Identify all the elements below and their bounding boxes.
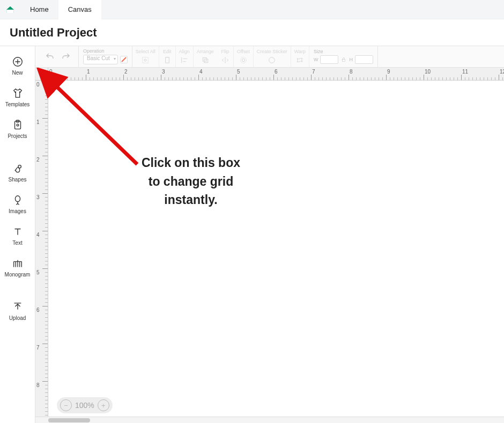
vertical-ruler[interactable]: 012345678 — [35, 81, 48, 423]
toolbar-edit[interactable]: Edit — [159, 46, 176, 67]
sidebar-item-upload[interactable]: Upload — [2, 296, 34, 327]
svg-point-3 — [17, 124, 19, 126]
horizontal-ruler[interactable]: 0123456789101112 — [48, 68, 504, 81]
toolbar-create-sticker[interactable]: Create Sticker — [254, 46, 291, 67]
sidebar-item-label: Upload — [9, 315, 26, 321]
workspace: New Templates Projects Shapes Images Tex… — [0, 46, 504, 423]
left-sidebar: New Templates Projects Shapes Images Tex… — [0, 46, 35, 423]
warp-icon — [295, 56, 305, 64]
svg-point-12 — [240, 57, 246, 63]
main-area: Operation Basic Cut Select All Edit Alig… — [35, 46, 504, 423]
operation-select[interactable]: Basic Cut — [83, 55, 118, 64]
plus-circle-icon — [12, 56, 24, 68]
ruler-corner-box[interactable] — [35, 68, 48, 81]
svg-rect-8 — [165, 57, 169, 63]
history-group — [38, 46, 79, 67]
zoom-in-button[interactable]: + — [98, 399, 109, 411]
svg-rect-10 — [204, 59, 208, 63]
sidebar-item-label: New — [12, 70, 23, 76]
edit-icon — [162, 56, 172, 64]
sidebar-item-new[interactable]: New — [2, 50, 34, 82]
tab-canvas[interactable]: Canvas — [58, 0, 101, 19]
sidebar-item-label: Images — [9, 208, 26, 214]
sidebar-item-label: Monogram — [5, 272, 31, 278]
canvas-area: 0123456789101112 012345678 Click on this… — [35, 68, 504, 423]
operation-label: Operation — [83, 49, 128, 54]
align-icon — [180, 56, 189, 64]
svg-rect-9 — [203, 57, 206, 61]
svg-rect-6 — [143, 57, 149, 63]
toolbar-select-all[interactable]: Select All — [132, 46, 159, 67]
zoom-value: 100% — [75, 401, 94, 410]
sidebar-item-templates[interactable]: Templates — [2, 82, 34, 114]
project-title-row: Untitled Project — [0, 19, 504, 46]
toolbar-warp[interactable]: Warp — [291, 46, 309, 67]
undo-icon — [45, 52, 55, 62]
balloon-icon — [12, 194, 24, 206]
horizontal-scrollbar[interactable] — [35, 417, 504, 423]
svg-rect-14 — [343, 60, 345, 62]
size-group: Size W H — [309, 46, 378, 67]
tab-label: Canvas — [68, 5, 92, 13]
top-toolbar: Operation Basic Cut Select All Edit Alig… — [35, 46, 504, 68]
sidebar-item-shapes[interactable]: Shapes — [2, 157, 34, 189]
toolbar-offset[interactable]: Offset — [234, 46, 254, 67]
width-input[interactable] — [320, 55, 338, 64]
canvas-surface[interactable] — [48, 81, 504, 423]
shapes-icon — [12, 163, 24, 174]
tab-label: Home — [30, 5, 49, 13]
redo-icon — [61, 52, 71, 62]
monogram-icon — [12, 258, 24, 269]
offset-icon — [239, 56, 248, 64]
clipboard-icon — [12, 119, 24, 131]
sidebar-item-monogram[interactable]: Monogram — [2, 252, 34, 284]
flip-icon — [220, 56, 230, 64]
svg-point-11 — [242, 59, 244, 61]
sidebar-item-label: Projects — [8, 133, 27, 139]
text-t-icon — [12, 226, 24, 238]
zoom-out-button[interactable]: − — [60, 399, 72, 411]
sidebar-item-projects[interactable]: Projects — [2, 114, 34, 145]
tab-home[interactable]: Home — [20, 0, 58, 19]
svg-point-4 — [18, 165, 20, 169]
slash-icon — [121, 57, 127, 62]
select-all-icon — [140, 56, 150, 64]
operation-color-swatch[interactable] — [120, 56, 128, 63]
scrollbar-thumb[interactable] — [48, 418, 90, 422]
redo-button[interactable] — [60, 51, 72, 63]
svg-point-7 — [144, 59, 146, 61]
sidebar-item-label: Templates — [5, 101, 30, 107]
upload-icon — [12, 301, 24, 313]
zoom-control: − 100% + — [57, 397, 113, 413]
svg-point-5 — [15, 196, 20, 202]
height-input[interactable] — [355, 55, 373, 64]
sidebar-item-images[interactable]: Images — [2, 189, 34, 221]
undo-button[interactable] — [44, 51, 56, 63]
toolbar-align[interactable]: Align — [176, 46, 194, 67]
arrange-icon — [201, 56, 210, 64]
size-label: Size — [314, 49, 373, 54]
operation-group: Operation Basic Cut — [79, 46, 132, 67]
sticker-icon — [267, 56, 277, 64]
lock-icon[interactable] — [340, 56, 347, 63]
sidebar-item-label: Shapes — [9, 177, 27, 183]
toolbar-flip[interactable]: Flip — [217, 46, 234, 67]
sidebar-item-text[interactable]: Text — [2, 221, 34, 252]
project-title[interactable]: Untitled Project — [10, 26, 97, 40]
app-logo-icon — [5, 5, 15, 14]
top-tabs-bar: Home Canvas — [0, 0, 504, 19]
sidebar-item-label: Text — [12, 240, 22, 246]
toolbar-arrange[interactable]: Arrange — [194, 46, 217, 67]
tshirt-icon — [12, 87, 24, 99]
